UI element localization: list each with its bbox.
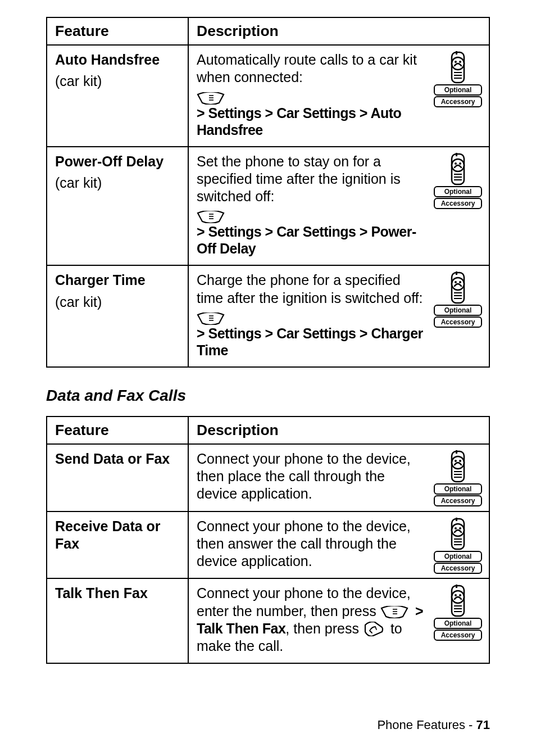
phone-icon	[447, 51, 469, 84]
desc-mid: , then press	[285, 621, 359, 636]
phone-icon	[447, 153, 469, 185]
phone-icon	[447, 585, 469, 617]
menu-path: > Settings > Car Settings > Auto Handsfr…	[197, 105, 427, 138]
feature-desc: Set the phone to stay on for a specified…	[197, 153, 427, 206]
feature-desc: Charge the phone for a specified time af…	[197, 271, 427, 307]
badge-line2: Accessory	[434, 198, 482, 209]
feature-desc: Automatically route calls to a car kit w…	[197, 51, 427, 87]
badge-line1: Optional	[434, 84, 482, 96]
feature-title: Receive Data or Fax	[55, 518, 180, 553]
optional-accessory-badge: Optional Accessory	[434, 518, 482, 574]
col-feature: Feature	[47, 417, 188, 444]
col-feature: Feature	[47, 17, 188, 45]
feature-title: Charger Time	[55, 271, 180, 289]
table-row: Charger Time (car kit) Optional Accessor…	[47, 265, 489, 367]
feature-desc: Connect your phone to the device, enter …	[197, 585, 427, 655]
badge-line1: Optional	[434, 483, 482, 495]
table-row: Send Data or Fax Optional Accessory Conn…	[47, 444, 489, 511]
badge-line2: Accessory	[434, 96, 482, 107]
optional-accessory-badge: Optional Accessory	[434, 271, 482, 328]
phone-icon	[447, 271, 469, 304]
badge-line2: Accessory	[434, 563, 482, 574]
menu-key-icon	[380, 606, 408, 618]
table-row: Auto Handsfree (car kit) Optional Access…	[47, 45, 489, 147]
feature-desc: Connect your phone to the device, then a…	[197, 518, 427, 571]
page-number: 71	[476, 718, 490, 732]
footer-label: Phone Features -	[377, 718, 476, 732]
badge-line1: Optional	[434, 186, 482, 197]
feature-desc: Connect your phone to the device, then p…	[197, 450, 427, 503]
phone-icon	[447, 450, 469, 483]
badge-line1: Optional	[434, 305, 482, 316]
feature-sub: (car kit)	[55, 175, 180, 191]
optional-accessory-badge: Optional Accessory	[434, 153, 482, 209]
send-key-icon	[364, 622, 384, 636]
optional-accessory-badge: Optional Accessory	[434, 51, 482, 107]
menu-path: > Settings > Car Settings > Charger Time	[197, 325, 427, 359]
col-description: Description	[188, 417, 489, 444]
col-description: Description	[188, 17, 489, 45]
menu-key-icon	[197, 211, 225, 223]
page-footer: Phone Features - 71	[377, 718, 490, 732]
feature-title: Power-Off Delay	[55, 153, 180, 170]
phone-icon	[447, 518, 469, 550]
menu-path: > Settings > Car Settings > Power-Off De…	[197, 223, 427, 257]
section-heading: Data and Fax Calls	[46, 387, 490, 405]
feature-title: Talk Then Fax	[55, 585, 180, 602]
table-row: Talk Then Fax Optional Accessory Connect…	[47, 578, 489, 663]
feature-title: Send Data or Fax	[55, 450, 180, 468]
table-row: Receive Data or Fax Optional Accessory C…	[47, 511, 489, 579]
table-row: Power-Off Delay (car kit) Optional Acces…	[47, 147, 489, 266]
desc-prefix: Connect your phone to the device, enter …	[197, 585, 411, 618]
badge-line2: Accessory	[434, 316, 482, 328]
menu-key-icon	[197, 92, 225, 105]
optional-accessory-badge: Optional Accessory	[434, 450, 482, 506]
datafax-table: Feature Description Send Data or Fax Opt…	[46, 416, 490, 664]
feature-title: Auto Handsfree	[55, 51, 180, 69]
optional-accessory-badge: Optional Accessory	[434, 585, 482, 641]
badge-line1: Optional	[434, 618, 482, 629]
menu-key-icon	[197, 313, 225, 325]
badge-line2: Accessory	[434, 495, 482, 506]
handsfree-table: Feature Description Auto Handsfree (car …	[46, 17, 490, 368]
feature-sub: (car kit)	[55, 73, 180, 89]
badge-line2: Accessory	[434, 630, 482, 641]
feature-sub: (car kit)	[55, 294, 180, 310]
badge-line1: Optional	[434, 551, 482, 562]
